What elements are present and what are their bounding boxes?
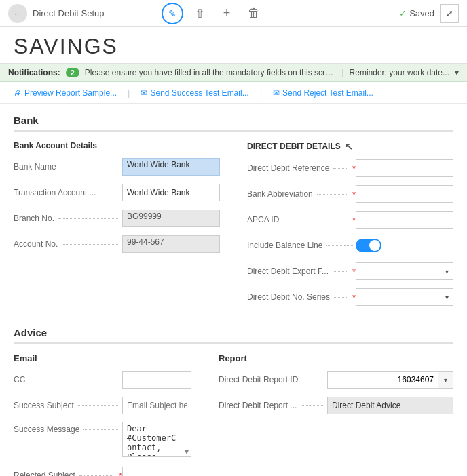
notification-message: Please ensure you have filled in all the… bbox=[85, 68, 337, 77]
success-subject-label: Success Subject bbox=[14, 401, 122, 410]
top-bar: ← Direct Debit Setup ✎ ⇧ + 🗑 ✓ Saved ⤢ bbox=[0, 0, 467, 27]
dd-report-name-value: Direct Debit Advice bbox=[327, 397, 453, 414]
delete-button[interactable]: 🗑 bbox=[243, 3, 265, 24]
advice-report-col: Report Direct Debit Report ID ▾ bbox=[219, 353, 453, 476]
send-reject-email-link[interactable]: ✉ Send Reject Test Email... bbox=[273, 88, 373, 98]
branch-no-value: BG99999 bbox=[122, 210, 220, 227]
advice-two-col: Email CC Success Subject bbox=[14, 353, 453, 476]
dd-no-series-value[interactable]: ▾ bbox=[356, 288, 453, 306]
email-icon: ✉ bbox=[141, 88, 147, 98]
dd-export-format-dropdown[interactable]: ▾ bbox=[356, 262, 453, 280]
rejected-subject-value[interactable] bbox=[122, 467, 191, 476]
dd-section-title: DIRECT DEBIT DETAILS ↖ bbox=[247, 141, 453, 152]
dd-report-name-label: Direct Debit Report ... bbox=[219, 401, 327, 410]
success-message-row: Success Message Dear #CustomerContact, P… bbox=[14, 422, 191, 459]
account-no-label: Account No. bbox=[14, 239, 122, 249]
rejected-subject-input[interactable] bbox=[122, 467, 191, 476]
main-content: Bank Bank Account Details Bank Name Worl… bbox=[0, 104, 467, 476]
include-balance-row: Include Balance Line bbox=[247, 236, 453, 255]
branch-no-row: Branch No. BG99999 bbox=[14, 209, 220, 228]
bank-name-field: World Wide Bank bbox=[122, 158, 220, 176]
page-title-area: SAVINGS bbox=[0, 27, 467, 64]
transaction-account-label: Transaction Account ... bbox=[14, 188, 122, 197]
success-message-value[interactable]: Dear #CustomerContact, Please find the D… bbox=[122, 422, 191, 459]
dd-no-series-dropdown[interactable]: ▾ bbox=[356, 288, 453, 306]
apca-id-value[interactable] bbox=[356, 211, 453, 229]
cc-input[interactable] bbox=[122, 371, 191, 389]
include-balance-toggle[interactable] bbox=[356, 239, 381, 252]
advice-section: Advice Email CC Succ bbox=[14, 327, 453, 476]
dropdown-arrow-icon: ▾ bbox=[445, 268, 449, 275]
apca-id-row: APCA ID * bbox=[247, 210, 453, 229]
success-subject-value[interactable] bbox=[122, 397, 191, 414]
add-button[interactable]: + bbox=[216, 3, 238, 24]
report-subsection-label: Report bbox=[219, 353, 453, 363]
dd-report-id-input[interactable] bbox=[327, 371, 438, 389]
dd-report-id-label: Direct Debit Report ID bbox=[219, 375, 327, 384]
expand-button[interactable]: ⤢ bbox=[440, 4, 459, 23]
notification-bar: Notifications: 2 Please ensure you have … bbox=[0, 64, 467, 82]
apca-id-input[interactable] bbox=[356, 211, 453, 229]
cc-row: CC bbox=[14, 370, 191, 389]
dd-reference-label: Direct Debit Reference * bbox=[247, 163, 356, 174]
back-button[interactable]: ← bbox=[8, 4, 27, 23]
send-success-email-link[interactable]: ✉ Send Success Test Email... bbox=[141, 88, 248, 98]
notifications-badge: 2 bbox=[66, 68, 79, 77]
success-subject-row: Success Subject bbox=[14, 396, 191, 415]
cursor-icon: ↖ bbox=[345, 141, 353, 152]
page-title: SAVINGS bbox=[14, 34, 453, 59]
apca-id-label: APCA ID * bbox=[247, 215, 356, 225]
account-no-row: Account No. 99-44-567 bbox=[14, 235, 220, 254]
action-bar: 🖨 Preview Report Sample... | ✉ Send Succ… bbox=[0, 82, 467, 104]
dd-reference-row: Direct Debit Reference * bbox=[247, 159, 453, 178]
cc-value[interactable] bbox=[122, 371, 191, 389]
advice-email-col: Email CC Success Subject bbox=[14, 353, 191, 476]
dd-report-id-arrow-icon[interactable]: ▾ bbox=[438, 371, 453, 389]
dd-no-series-arrow-icon: ▾ bbox=[445, 294, 449, 301]
branch-no-label: Branch No. bbox=[14, 214, 122, 223]
dd-no-series-label: Direct Debit No. Series * bbox=[247, 292, 356, 302]
dd-no-series-row: Direct Debit No. Series * ▾ bbox=[247, 287, 453, 306]
preview-report-link[interactable]: 🖨 Preview Report Sample... bbox=[14, 88, 117, 98]
transaction-account-input[interactable] bbox=[122, 184, 220, 201]
dd-report-name-row: Direct Debit Report ... Direct Debit Adv… bbox=[219, 396, 453, 415]
edit-button[interactable]: ✎ bbox=[162, 3, 183, 24]
bank-name-label: Bank Name bbox=[14, 162, 122, 172]
dd-report-name-readonly: Direct Debit Advice bbox=[327, 397, 453, 414]
bank-account-details-title: Bank Account Details bbox=[14, 141, 220, 151]
email-subsection-label: Email bbox=[14, 353, 191, 363]
notifications-label: Notifications: bbox=[8, 68, 60, 77]
rejected-subject-row: Rejected Subject * bbox=[14, 466, 191, 476]
dd-reference-input[interactable] bbox=[356, 159, 453, 177]
include-balance-toggle-wrap[interactable] bbox=[356, 239, 453, 252]
rejected-subject-label: Rejected Subject * bbox=[14, 471, 122, 477]
dd-reference-value[interactable] bbox=[356, 159, 453, 177]
saved-status: ✓ Saved bbox=[399, 8, 434, 18]
transaction-account-row: Transaction Account ... bbox=[14, 183, 220, 202]
success-message-label: Success Message bbox=[14, 422, 122, 434]
dd-report-id-value[interactable]: ▾ bbox=[327, 371, 453, 389]
dd-report-id-dropdown[interactable]: ▾ bbox=[327, 371, 453, 389]
success-message-input[interactable]: Dear #CustomerContact, Please find the D… bbox=[122, 422, 191, 457]
dd-details-col: DIRECT DEBIT DETAILS ↖ Direct Debit Refe… bbox=[247, 141, 453, 313]
include-balance-label: Include Balance Line bbox=[247, 241, 356, 250]
bank-name-value: World Wide Bank bbox=[122, 158, 220, 176]
printer-icon: 🖨 bbox=[14, 88, 22, 98]
bank-abbrev-row: Bank Abbreviation * bbox=[247, 184, 453, 203]
bank-two-col: Bank Account Details Bank Name World Wid… bbox=[14, 141, 453, 313]
bank-account-details-col: Bank Account Details Bank Name World Wid… bbox=[14, 141, 220, 313]
toggle-knob bbox=[369, 240, 380, 251]
notification-chevron-icon[interactable]: ▾ bbox=[455, 68, 459, 77]
success-subject-input[interactable] bbox=[122, 397, 191, 414]
bank-abbrev-label: Bank Abbreviation * bbox=[247, 189, 356, 199]
bank-abbrev-input[interactable] bbox=[356, 185, 453, 203]
textarea-expand-icon[interactable]: ▾ bbox=[185, 447, 189, 456]
share-button[interactable]: ⇧ bbox=[189, 3, 210, 24]
dd-report-id-row: Direct Debit Report ID ▾ bbox=[219, 370, 453, 389]
bank-name-row: Bank Name World Wide Bank bbox=[14, 157, 220, 176]
bank-abbrev-value[interactable] bbox=[356, 185, 453, 203]
notification-reminder: Reminder: your work date... bbox=[350, 68, 449, 77]
dd-export-format-value[interactable]: ▾ bbox=[356, 262, 453, 280]
email-reject-icon: ✉ bbox=[273, 88, 280, 98]
transaction-account-value[interactable] bbox=[122, 184, 220, 201]
